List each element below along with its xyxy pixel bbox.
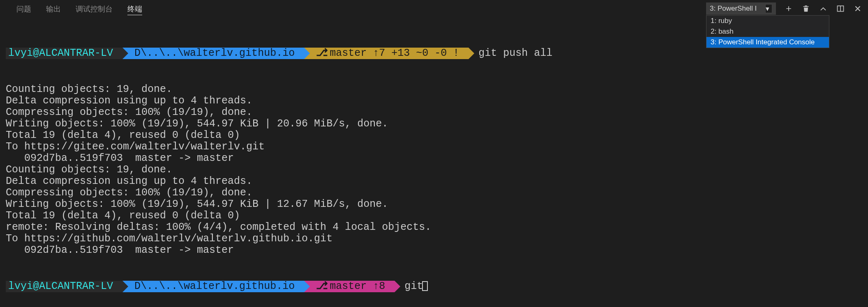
terminal-output-line: Total 19 (delta 4), reused 0 (delta 0) (6, 210, 862, 222)
prompt-git-text: master ↑7 +13 ~0 -0 ! (330, 48, 459, 59)
arrow-icon (122, 281, 128, 292)
dropdown-icon: ▾ (765, 4, 772, 13)
terminal-output-line: Compressing objects: 100% (19/19), done. (6, 107, 862, 118)
prompt-path: D\..\..\walterlv.github.io (128, 281, 304, 292)
terminal-output-line: Counting objects: 19, done. (6, 164, 862, 176)
terminal-output: Counting objects: 19, done.Delta compres… (6, 84, 862, 256)
close-icon (854, 5, 862, 13)
prompt-user: lvyi@ALCANTRAR-LV (6, 48, 122, 59)
command-input-text: git (404, 280, 423, 292)
panel-tabs: 问题 输出 调试控制台 终端 (5, 4, 142, 14)
prompt-git-status: ⎇master ↑7 +13 ~0 -0 ! (310, 48, 469, 59)
command-input[interactable]: git (404, 281, 428, 292)
cursor-icon (422, 281, 428, 291)
terminal-output-line: remote: Resolving deltas: 100% (4/4), co… (6, 222, 862, 233)
prompt-user-text: lvyi@ALCANTRAR-LV (8, 281, 113, 292)
terminal-output-line: Delta compression using up to 4 threads. (6, 176, 862, 187)
terminal-option-powershell[interactable]: 3: PowerShell Integrated Console (706, 37, 829, 48)
tab-problems[interactable]: 问题 (16, 4, 31, 14)
terminal-selector-label: 3: PowerShell I (710, 5, 763, 13)
terminal-dropdown-list: 1: ruby 2: bash 3: PowerShell Integrated… (706, 15, 829, 48)
prompt-user-text: lvyi@ALCANTRAR-LV (8, 48, 113, 59)
split-terminal-button[interactable] (836, 4, 845, 13)
terminal-body[interactable]: lvyi@ALCANTRAR-LV D\..\..\walterlv.githu… (0, 18, 868, 305)
arrow-icon (122, 48, 128, 59)
plus-icon (785, 5, 793, 13)
tab-terminal[interactable]: 终端 (127, 4, 142, 14)
branch-icon: ⎇ (316, 281, 328, 292)
terminal-output-line: Writing objects: 100% (19/19), 544.97 Ki… (6, 118, 862, 130)
tab-debug-console[interactable]: 调试控制台 (76, 4, 113, 14)
terminal-output-line: Total 19 (delta 4), reused 0 (delta 0) (6, 130, 862, 141)
kill-terminal-button[interactable] (801, 4, 810, 13)
prompt-git-text: master ↑8 (330, 281, 385, 292)
terminal-output-line: Counting objects: 19, done. (6, 84, 862, 95)
command-text: git push all (478, 48, 552, 59)
chevron-up-icon (819, 5, 827, 13)
trash-icon (802, 5, 810, 13)
arrow-icon (304, 48, 310, 59)
prompt-path-text: D\..\..\walterlv.github.io (134, 281, 295, 292)
prompt-git-status: ⎇master ↑8 (310, 281, 395, 292)
prompt-user: lvyi@ALCANTRAR-LV (6, 281, 122, 292)
terminal-option-bash[interactable]: 2: bash (706, 26, 829, 37)
terminal-actions: 3: PowerShell I ▾ 1: ruby 2: bash 3: Pow… (706, 2, 862, 15)
new-terminal-button[interactable] (784, 4, 793, 13)
terminal-output-line: 092d7ba..519f703 master -> master (6, 153, 862, 164)
arrow-icon (304, 281, 310, 292)
prompt-line-2: lvyi@ALCANTRAR-LV D\..\..\walterlv.githu… (6, 281, 862, 292)
prompt-path: D\..\..\walterlv.github.io (128, 48, 304, 59)
branch-icon: ⎇ (316, 48, 328, 59)
terminal-output-line: Compressing objects: 100% (19/19), done. (6, 187, 862, 199)
prompt-line-1: lvyi@ALCANTRAR-LV D\..\..\walterlv.githu… (6, 48, 862, 59)
terminal-output-line: 092d7ba..519f703 master -> master (6, 245, 862, 256)
terminal-output-line: Writing objects: 100% (19/19), 544.97 Ki… (6, 199, 862, 210)
prompt-path-text: D\..\..\walterlv.github.io (134, 48, 295, 59)
arrow-icon (469, 48, 474, 59)
panel-header: 问题 输出 调试控制台 终端 3: PowerShell I ▾ 1: ruby… (0, 0, 868, 18)
terminal-output-line: Delta compression using up to 4 threads. (6, 95, 862, 107)
terminal-output-line: To https://github.com/walterlv/walterlv.… (6, 233, 862, 245)
terminal-option-ruby[interactable]: 1: ruby (706, 16, 829, 26)
close-panel-button[interactable] (853, 4, 862, 13)
tab-output[interactable]: 输出 (46, 4, 61, 14)
terminal-selector[interactable]: 3: PowerShell I ▾ 1: ruby 2: bash 3: Pow… (706, 2, 776, 15)
terminal-output-line: To https://gitee.com/walterlv/walterlv.g… (6, 141, 862, 153)
arrow-icon (395, 281, 400, 292)
maximize-panel-button[interactable] (819, 4, 828, 13)
split-icon (836, 5, 845, 13)
